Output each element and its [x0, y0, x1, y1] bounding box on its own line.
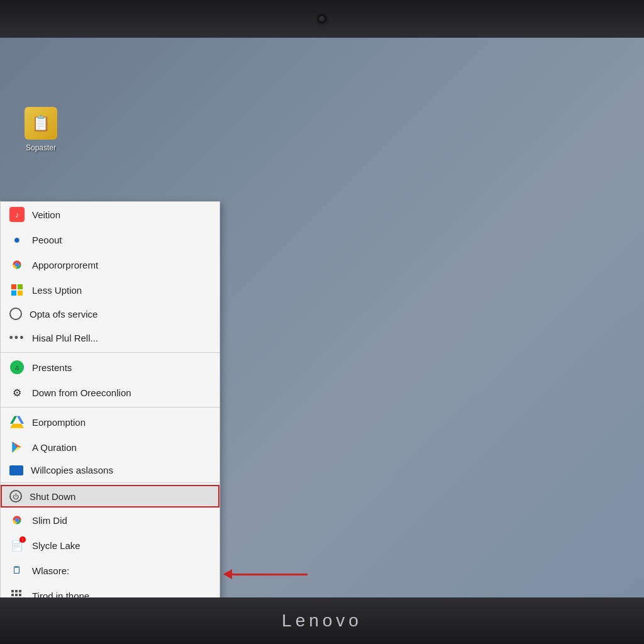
circle-outline-icon	[9, 308, 22, 320]
menu-item-peoout[interactable]: ● Peoout	[1, 227, 219, 252]
bottom-bezel: Lenovo	[0, 597, 644, 644]
menu-label-hisal-plul: Hisal Plul Rell...	[32, 333, 98, 343]
menu-label-slycle-lake: Slycle Lake	[32, 540, 80, 551]
tiles-icon	[9, 282, 25, 297]
menu-item-appororproremt[interactable]: Appororproremt	[1, 252, 219, 277]
menu-label-slim-did: Slim Did	[32, 515, 67, 526]
play-store-icon	[9, 440, 25, 455]
menu-item-wlasore[interactable]: 🗒 Wlasore:	[1, 558, 219, 583]
chrome-icon	[9, 257, 25, 272]
menu-item-veition[interactable]: ♪ Veition	[1, 202, 219, 227]
blue-screen-icon	[9, 465, 23, 475]
gear-icon: ⚙	[9, 385, 25, 400]
svg-rect-10	[15, 594, 18, 596]
context-menu: ♪ Veition ● Peoout Appororprorem	[0, 201, 220, 597]
menu-item-tirod-in-thone[interactable]: Tirod in thone	[1, 583, 219, 597]
desktop-icon-sopaster[interactable]: Sopaster	[19, 107, 63, 153]
dots-icon: •••	[9, 330, 25, 345]
menu-label-willcopies: Willcopies aslasons	[31, 465, 113, 475]
top-bezel	[0, 0, 644, 38]
svg-rect-11	[19, 594, 21, 596]
webcam	[318, 14, 326, 23]
laptop-frame: Sopaster ♪ Veition ● Peoout	[0, 0, 644, 644]
menu-item-eorpomption[interactable]: Eorpomption	[1, 409, 219, 435]
svg-rect-6	[11, 590, 14, 592]
power-icon: ⏻	[9, 490, 22, 502]
sopaster-icon	[25, 107, 57, 140]
menu-item-prestents[interactable]: ♫ Prestents	[1, 355, 219, 380]
menu-label-down-from: Down from Oreeconlion	[32, 387, 131, 398]
svg-rect-3	[11, 291, 16, 296]
menu-label-prestents: Prestents	[32, 362, 72, 373]
menu-item-hisal-plul[interactable]: ••• Hisal Plul Rell...	[1, 325, 219, 350]
menu-item-less-uption[interactable]: Less Uption	[1, 277, 219, 303]
grid-icon	[9, 588, 25, 597]
spotify-icon: ♫	[9, 360, 25, 375]
svg-point-0	[15, 263, 19, 267]
divider-3	[1, 482, 219, 483]
menu-item-willcopies[interactable]: Willcopies aslasons	[1, 460, 219, 480]
svg-rect-4	[18, 291, 23, 296]
screen: Sopaster ♪ Veition ● Peoout	[0, 38, 644, 597]
google-drive-icon	[9, 414, 25, 430]
menu-item-a-quration[interactable]: A Quration	[1, 435, 219, 460]
menu-label-tirod-in-thone: Tirod in thone	[32, 591, 89, 598]
menu-item-slycle-lake[interactable]: 📄! Slycle Lake	[1, 533, 219, 558]
menu-label-wlasore: Wlasore:	[32, 565, 69, 576]
menu-item-down-from[interactable]: ⚙ Down from Oreeconlion	[1, 380, 219, 405]
music-icon: ♪	[9, 207, 25, 222]
arrow-line	[232, 574, 308, 575]
svg-rect-9	[11, 594, 14, 596]
sopaster-label: Sopaster	[26, 143, 56, 153]
blue-circle-icon: ●	[9, 232, 25, 247]
file-badge-icon: 📄!	[9, 538, 25, 553]
menu-item-slim-did[interactable]: Slim Did	[1, 508, 219, 533]
brand-label: Lenovo	[282, 611, 362, 631]
divider-2	[1, 407, 219, 408]
menu-label-less-uption: Less Uption	[32, 285, 82, 296]
svg-rect-8	[19, 590, 21, 592]
menu-label-shut-down: Shut Down	[30, 491, 75, 502]
svg-point-5	[15, 518, 19, 523]
chrome2-icon	[9, 513, 25, 528]
menu-label-peoout: Peoout	[32, 235, 62, 245]
svg-rect-2	[18, 284, 23, 289]
arrow-head	[223, 569, 232, 579]
menu-label-a-quration: A Quration	[32, 442, 77, 453]
menu-item-shut-down[interactable]: ⏻ Shut Down	[1, 485, 219, 508]
file-blue-icon: 🗒	[9, 563, 25, 578]
menu-label-opta-ofs: Opta ofs service	[30, 309, 97, 319]
menu-item-opta-ofs[interactable]: Opta ofs service	[1, 303, 219, 325]
arrow-annotation	[223, 569, 308, 579]
menu-label-veition: Veition	[32, 209, 60, 220]
svg-rect-7	[15, 590, 18, 592]
divider-1	[1, 352, 219, 353]
menu-label-eorpomption: Eorpomption	[32, 417, 86, 428]
svg-rect-1	[11, 284, 16, 289]
menu-label-appororproremt: Appororproremt	[32, 260, 98, 270]
